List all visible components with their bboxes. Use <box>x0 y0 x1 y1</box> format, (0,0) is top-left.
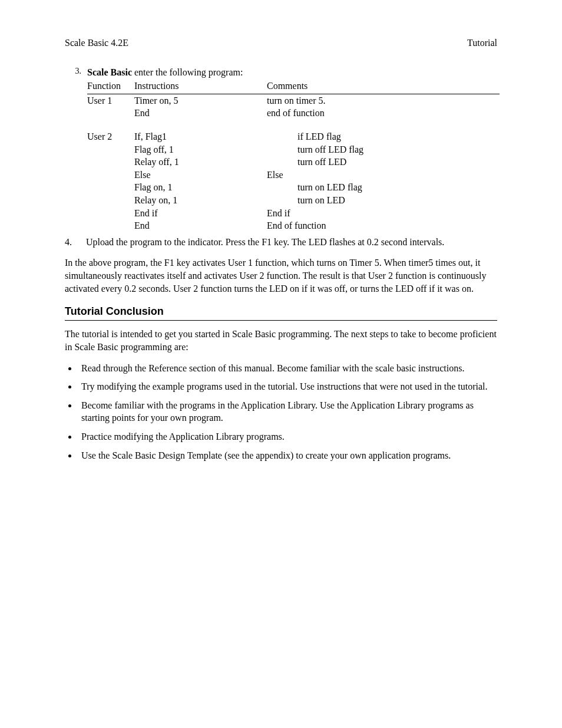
cell-comment: turn on LED flag <box>267 181 500 194</box>
section-heading-conclusion: Tutorial Conclusion <box>65 304 497 321</box>
list-item-4: 4. Upload the program to the indicator. … <box>65 236 497 249</box>
cell-instruction: Flag on, 1 <box>134 181 267 194</box>
table-row: User 1Timer on, 5turn on timer 5. <box>87 94 500 107</box>
conclusion-paragraph: The tutorial is intended to get you star… <box>65 328 497 353</box>
th-function: Function <box>87 80 134 94</box>
cell-comment: End if <box>267 207 500 220</box>
list-item: Practice modifying the Application Libra… <box>78 430 497 443</box>
th-instructions: Instructions <box>134 80 267 94</box>
table-row: Flag off, 1turn off LED flag <box>87 143 500 156</box>
cell-function <box>87 207 134 220</box>
cell-function <box>87 143 134 156</box>
item4-text: Upload the program to the indicator. Pre… <box>77 236 492 249</box>
cell-function: User 2 <box>87 130 134 143</box>
item3-lead-rest: enter the following program: <box>132 67 243 77</box>
cell-instruction: Flag off, 1 <box>134 143 267 156</box>
cell-comment: Else <box>267 169 500 182</box>
cell-instruction: Timer on, 5 <box>134 94 267 107</box>
cell-comment: turn on timer 5. <box>267 94 500 107</box>
list-item: Become familiar with the programs in the… <box>78 399 497 424</box>
conclusion-bullet-list: Read through the Reference section of th… <box>78 362 497 462</box>
cell-instruction: Else <box>134 169 267 182</box>
cell-instruction: End if <box>134 207 267 220</box>
cell-instruction: Relay off, 1 <box>134 156 267 169</box>
cell-comment: End of function <box>267 219 500 232</box>
cell-instruction: End <box>134 107 267 120</box>
header-right: Tutorial <box>467 37 497 50</box>
cell-function <box>87 181 134 194</box>
cell-function <box>87 169 134 182</box>
table-row: Flag on, 1turn on LED flag <box>87 181 500 194</box>
cell-function <box>87 219 134 232</box>
cell-instruction: Relay on, 1 <box>134 194 267 207</box>
item3-lead: Scale Basic enter the following program: <box>87 67 243 77</box>
cell-comment: turn off LED flag <box>267 143 500 156</box>
explanation-paragraph: In the above program, the F1 key activat… <box>65 256 497 295</box>
table-row: EndEnd of function <box>87 219 500 232</box>
cell-comment: end of function <box>267 107 500 120</box>
th-comments: Comments <box>267 80 500 94</box>
cell-instruction: End <box>134 219 267 232</box>
cell-comment: if LED flag <box>267 130 500 143</box>
cell-function <box>87 194 134 207</box>
item3-lead-bold: Scale Basic <box>87 67 132 77</box>
table-row: Relay off, 1turn off LED <box>87 156 500 169</box>
cell-function: User 1 <box>87 94 134 107</box>
cell-comment: turn off LED <box>267 156 500 169</box>
table-row: User 2If, Flag1if LED flag <box>87 130 500 143</box>
table-row: Endend of function <box>87 107 500 120</box>
item4-number: 4. <box>65 236 74 249</box>
header-left: Scale Basic 4.2E <box>65 37 128 50</box>
list-item: Use the Scale Basic Design Template (see… <box>78 449 497 462</box>
table-row: ElseElse <box>87 169 500 182</box>
program-table: Function Instructions Comments User 1Tim… <box>87 80 500 232</box>
cell-instruction: If, Flag1 <box>134 130 267 143</box>
list-item-3: 3. Scale Basic enter the following progr… <box>65 66 497 232</box>
list-item: Read through the Reference section of th… <box>78 362 497 375</box>
list-item: Try modifying the example programs used … <box>78 380 497 393</box>
table-row: Relay on, 1turn on LED <box>87 194 500 207</box>
cell-comment: turn on LED <box>267 194 500 207</box>
table-row: End ifEnd if <box>87 207 500 220</box>
running-header: Scale Basic 4.2E Tutorial <box>65 37 497 50</box>
cell-function <box>87 156 134 169</box>
item3-number: 3. <box>65 66 85 77</box>
cell-function <box>87 107 134 120</box>
